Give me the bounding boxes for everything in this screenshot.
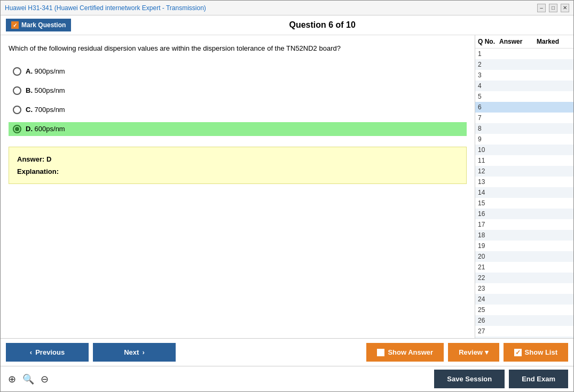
sidebar-row-qno: 13 — [478, 178, 499, 186]
next-button[interactable]: Next › — [93, 343, 176, 362]
sidebar-row[interactable]: 23 — [475, 283, 573, 294]
sidebar-row[interactable]: 1 — [475, 49, 573, 59]
review-label: Review — [459, 348, 483, 356]
sidebar-row[interactable]: 12 — [475, 166, 573, 177]
toolbar: ✓ Mark Question Question 6 of 10 — [1, 15, 573, 35]
previous-arrow-icon: ‹ — [30, 348, 32, 356]
sidebar-row[interactable]: 24 — [475, 294, 573, 305]
sidebar-row[interactable]: 20 — [475, 251, 573, 262]
sidebar-row-qno: 18 — [478, 231, 499, 239]
option-b[interactable]: B. 500ps/nm — [9, 84, 467, 98]
previous-button[interactable]: ‹ Previous — [6, 343, 89, 362]
title-bar-controls: – □ ✕ — [537, 4, 569, 12]
sidebar-row-qno: 11 — [478, 157, 499, 164]
mark-question-button[interactable]: ✓ Mark Question — [6, 19, 71, 31]
sidebar-row-qno: 14 — [478, 189, 499, 196]
main-area: Which of the following residual dispersi… — [1, 35, 573, 338]
minimize-button[interactable]: – — [537, 4, 546, 12]
sidebar-row-qno: 17 — [478, 221, 499, 228]
sidebar-row[interactable]: 26 — [475, 315, 573, 326]
option-a[interactable]: A. 900ps/nm — [9, 65, 467, 78]
sidebar-row-qno: 20 — [478, 253, 499, 260]
radio-c — [13, 106, 21, 114]
sidebar-row-qno: 21 — [478, 263, 499, 271]
sidebar-row[interactable]: 15 — [475, 198, 573, 209]
zoom-reset-button[interactable]: 🔍 — [20, 372, 36, 386]
col-header-qno: Q No. — [478, 38, 499, 45]
answer-text: Answer: D — [17, 155, 458, 163]
sidebar-header: Q No. Answer Marked — [475, 35, 573, 49]
sidebar-row[interactable]: 16 — [475, 209, 573, 219]
sidebar-row[interactable]: 21 — [475, 262, 573, 273]
sidebar-row[interactable]: 19 — [475, 241, 573, 251]
show-list-button[interactable]: ✓ Show List — [504, 343, 568, 362]
bottom-bar-2: ⊕ 🔍 ⊖ Save Session End Exam — [1, 366, 573, 391]
sidebar-row[interactable]: 5 — [475, 91, 573, 102]
end-exam-label: End Exam — [522, 375, 555, 383]
explanation-label: Explanation: — [17, 167, 458, 175]
next-label: Next — [124, 348, 139, 356]
sidebar-row[interactable]: 2 — [475, 59, 573, 70]
window-title: Huawei H31-341 (Huawei Certified interne… — [5, 4, 206, 12]
sidebar-row[interactable]: 6 — [475, 102, 573, 113]
sidebar-row[interactable]: 9 — [475, 134, 573, 145]
col-header-answer: Answer — [499, 38, 537, 45]
radio-b — [13, 86, 21, 95]
question-panel: Which of the following residual dispersi… — [1, 35, 475, 338]
bottom-bar2-right: Save Session End Exam — [434, 370, 568, 388]
maximize-button[interactable]: □ — [549, 4, 557, 12]
sidebar-row-qno: 15 — [478, 199, 499, 207]
save-session-label: Save Session — [447, 375, 492, 383]
option-c-label: C. 700ps/nm — [26, 106, 65, 114]
sidebar-row-qno: 2 — [478, 61, 499, 68]
question-title: Question 6 of 10 — [76, 20, 568, 30]
sidebar-row[interactable]: 18 — [475, 230, 573, 241]
option-d[interactable]: D. 600ps/nm — [9, 122, 467, 136]
sidebar-row[interactable]: 3 — [475, 70, 573, 81]
show-answer-checkbox-icon — [377, 349, 384, 356]
sidebar-row[interactable]: 10 — [475, 145, 573, 155]
close-button[interactable]: ✕ — [561, 4, 569, 12]
sidebar-row[interactable]: 4 — [475, 81, 573, 91]
sidebar-row[interactable]: 13 — [475, 177, 573, 187]
review-button[interactable]: Review ▾ — [448, 343, 499, 362]
sidebar-row[interactable]: 17 — [475, 219, 573, 230]
sidebar-row-qno: 6 — [478, 103, 499, 111]
sidebar-row-qno: 22 — [478, 274, 499, 282]
sidebar-row-qno: 26 — [478, 317, 499, 324]
option-c[interactable]: C. 700ps/nm — [9, 103, 467, 117]
title-bar: Huawei H31-341 (Huawei Certified interne… — [1, 1, 573, 15]
show-answer-label: Show Answer — [388, 348, 433, 356]
zoom-controls: ⊕ 🔍 ⊖ — [6, 372, 51, 386]
end-exam-button[interactable]: End Exam — [509, 370, 568, 388]
sidebar-rows: 1234567891011121314151617181920212223242… — [475, 49, 573, 338]
sidebar-row-qno: 4 — [478, 82, 499, 90]
show-answer-button[interactable]: Show Answer — [366, 343, 444, 362]
sidebar-row-qno: 5 — [478, 93, 499, 100]
option-b-label: B. 500ps/nm — [26, 86, 65, 94]
sidebar-row[interactable]: 8 — [475, 123, 573, 134]
sidebar-row[interactable]: 25 — [475, 305, 573, 315]
sidebar-row-qno: 3 — [478, 71, 499, 79]
sidebar-row-qno: 24 — [478, 295, 499, 303]
save-session-button[interactable]: Save Session — [434, 370, 505, 388]
sidebar-row-qno: 25 — [478, 306, 499, 314]
bottom-bar: ‹ Previous Next › Show Answer Review ▾ ✓… — [1, 338, 573, 366]
question-text: Which of the following residual dispersi… — [9, 43, 467, 54]
sidebar-row[interactable]: 22 — [475, 273, 573, 283]
sidebar-row[interactable]: 27 — [475, 326, 573, 337]
previous-label: Previous — [35, 348, 65, 356]
zoom-in-button[interactable]: ⊕ — [6, 372, 18, 386]
sidebar-row-qno: 9 — [478, 135, 499, 143]
sidebar-row[interactable]: 11 — [475, 155, 573, 166]
answer-box: Answer: D Explanation: — [9, 147, 467, 184]
zoom-out-button[interactable]: ⊖ — [38, 372, 51, 386]
mark-icon: ✓ — [11, 21, 19, 29]
sidebar-row[interactable]: 14 — [475, 187, 573, 198]
sidebar-row-qno: 27 — [478, 327, 499, 335]
option-a-label: A. 900ps/nm — [26, 67, 65, 75]
radio-a — [13, 67, 21, 76]
option-d-label: D. 600ps/nm — [26, 125, 65, 133]
sidebar-row-qno: 23 — [478, 285, 499, 292]
sidebar-row[interactable]: 7 — [475, 113, 573, 123]
